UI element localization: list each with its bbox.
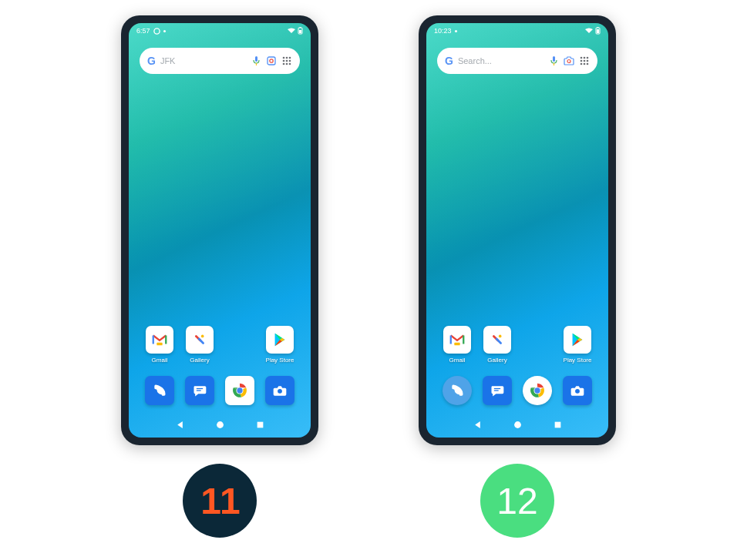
app-label: Play Store [266,357,294,364]
app-label: Gmail [152,357,168,364]
svg-point-11 [283,60,285,62]
battery-icon [298,27,303,35]
dock-camera[interactable] [261,376,298,405]
svg-point-50 [534,387,540,393]
dock-phone[interactable] [439,376,476,405]
svg-point-34 [581,57,583,59]
nav-back-icon[interactable] [174,419,185,430]
app-label: Gallery [190,357,209,364]
svg-point-19 [201,335,204,338]
search-input-text: Search... [458,56,543,65]
camera-icon [563,376,592,405]
app-gmail[interactable]: Gmail [439,326,476,364]
dock-camera[interactable] [559,376,596,405]
app-playstore[interactable]: Play Store [559,326,596,364]
dock-chrome[interactable] [519,376,556,405]
svg-point-9 [286,57,288,59]
svg-point-14 [283,63,285,65]
status-bar: 6:57 [129,23,311,39]
google-logo-icon: G [445,55,453,67]
wifi-icon [585,28,593,34]
app-gmail[interactable]: Gmail [141,326,178,364]
google-logo-icon: G [147,55,156,67]
svg-point-35 [584,57,586,59]
phone-frame: 6:57 G JFK [121,15,318,445]
status-time: 10:23 [434,27,452,35]
chrome-icon [523,376,552,405]
dock-messages[interactable] [479,376,516,405]
nav-home-icon[interactable] [214,419,225,430]
svg-rect-4 [255,56,257,62]
app-row: Gmail Gallery Play Store [426,326,608,364]
dock [129,376,311,405]
dock-messages[interactable] [181,376,218,405]
wifi-icon [288,28,295,34]
svg-point-12 [286,60,288,62]
svg-point-41 [584,63,586,65]
search-bar[interactable]: G Search... [437,48,597,74]
app-gallery[interactable]: Gallery [181,326,218,364]
app-row: Gmail Gallery Play Store [129,326,311,364]
gmail-icon [146,326,173,354]
dock [426,376,608,405]
nav-bar [426,413,608,438]
version-number: 12 [496,480,537,522]
svg-point-8 [283,57,285,59]
app-gallery[interactable]: Gallery [479,326,516,364]
playstore-icon [266,326,294,354]
gallery-icon [186,326,214,354]
nav-bar [129,413,311,438]
svg-point-13 [289,60,291,62]
svg-rect-17 [156,343,162,346]
messages-icon [185,376,214,405]
nav-recent-icon[interactable] [254,419,265,430]
phone-screen: 10:23 G Search... [426,23,608,438]
gmail-icon [443,326,471,354]
app-label: Play Store [564,357,592,364]
phone-icon [145,376,174,405]
search-input-text: JFK [160,56,246,65]
phone-icon [443,376,472,405]
version-badge: 12 [480,464,554,538]
status-bar: 10:23 [426,23,608,39]
dock-phone[interactable] [141,376,178,405]
app-label: Gallery [487,357,506,364]
svg-point-15 [286,63,288,65]
status-dot-icon [163,30,166,32]
phone-column-left: 6:57 G JFK [121,15,318,538]
nav-home-icon[interactable] [512,419,523,430]
app-playstore[interactable]: Play Store [261,326,298,364]
mic-icon[interactable] [548,55,559,66]
lens-icon[interactable] [266,55,277,66]
svg-point-7 [270,59,273,62]
playstore-icon [564,326,591,354]
mic-icon[interactable] [251,55,261,66]
svg-rect-6 [268,57,275,65]
notification-icon [153,28,160,35]
svg-point-42 [587,63,589,65]
search-bar[interactable]: G JFK [140,48,300,74]
camera-search-icon[interactable] [564,55,574,66]
apps-grid-icon[interactable] [281,55,292,66]
svg-point-33 [567,60,570,63]
messages-icon [483,376,512,405]
gallery-icon [483,326,511,354]
svg-rect-53 [554,421,560,428]
svg-rect-2 [300,27,301,28]
phone-screen: 6:57 G JFK [129,23,311,438]
svg-point-39 [587,60,589,62]
nav-recent-icon[interactable] [552,419,563,430]
svg-point-37 [581,60,583,62]
svg-rect-3 [299,30,301,33]
dock-chrome[interactable] [221,376,258,405]
svg-rect-43 [454,343,459,346]
svg-point-45 [499,335,502,338]
svg-point-38 [584,60,586,62]
nav-back-icon[interactable] [472,419,483,430]
svg-point-51 [575,389,580,394]
apps-grid-icon[interactable] [579,55,590,66]
svg-rect-27 [257,421,263,428]
camera-icon [265,376,294,405]
svg-point-52 [514,421,521,428]
svg-point-10 [289,57,291,59]
